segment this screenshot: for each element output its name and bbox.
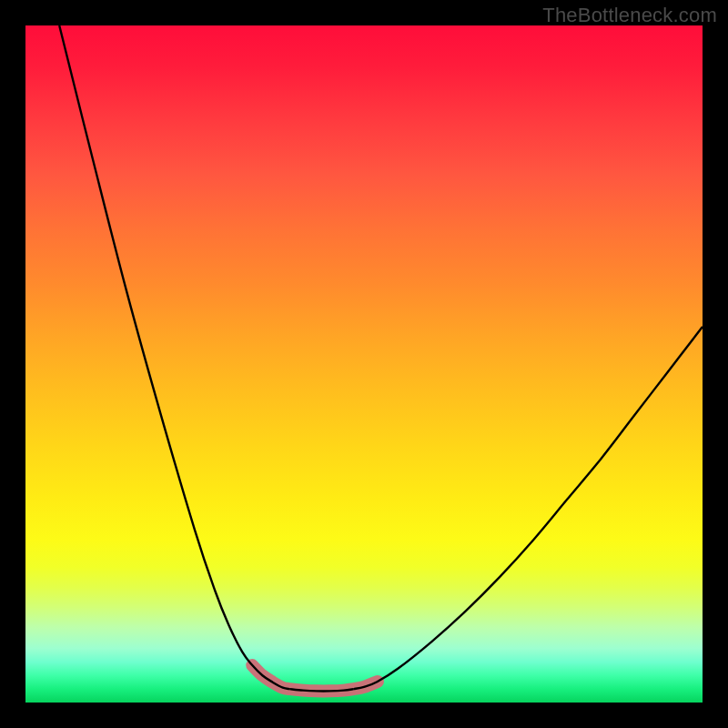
curve-layer <box>25 25 703 703</box>
right-branch-curve <box>354 327 703 689</box>
watermark-text: TheBottleneck.com <box>542 4 717 27</box>
plot-area <box>25 25 703 703</box>
chart-frame: TheBottleneck.com <box>0 0 728 728</box>
left-branch-curve <box>59 25 289 689</box>
